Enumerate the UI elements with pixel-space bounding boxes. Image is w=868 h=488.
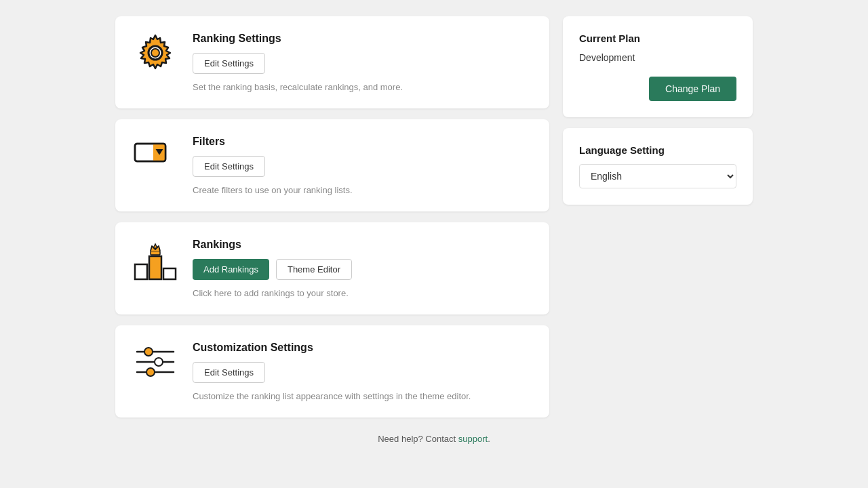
left-column: Ranking Settings Edit Settings Set the r… xyxy=(115,16,549,418)
rankings-card: Rankings Add Rankings Theme Editor Click… xyxy=(115,222,549,314)
ranking-settings-content: Ranking Settings Edit Settings Set the r… xyxy=(193,33,533,92)
ranking-settings-title: Ranking Settings xyxy=(193,33,533,45)
support-link[interactable]: support xyxy=(458,434,488,444)
change-plan-button[interactable]: Change Plan xyxy=(649,77,736,101)
ranking-settings-description: Set the ranking basis, recalculate ranki… xyxy=(193,82,533,92)
gear-icon xyxy=(132,33,179,73)
language-setting-card: Language Setting English Spanish French … xyxy=(563,128,753,205)
language-select[interactable]: English Spanish French German Japanese xyxy=(579,164,736,188)
customization-buttons: Edit Settings xyxy=(193,362,533,383)
customization-settings-card: Customization Settings Edit Settings Cus… xyxy=(115,325,549,418)
current-plan-title: Current Plan xyxy=(579,33,736,44)
theme-editor-button[interactable]: Theme Editor xyxy=(276,259,352,280)
svg-rect-8 xyxy=(149,256,161,279)
rankings-title: Rankings xyxy=(193,239,533,251)
ranking-settings-card: Ranking Settings Edit Settings Set the r… xyxy=(115,16,549,108)
svg-point-14 xyxy=(144,348,153,356)
rankings-description: Click here to add rankings to your store… xyxy=(193,288,533,298)
ranking-edit-settings-button[interactable]: Edit Settings xyxy=(193,53,265,74)
ranking-settings-buttons: Edit Settings xyxy=(193,53,533,74)
footer: Need help? Contact support. xyxy=(378,434,490,444)
filters-title: Filters xyxy=(193,136,533,148)
plan-name: Development xyxy=(579,52,736,63)
language-setting-title: Language Setting xyxy=(579,144,736,156)
add-rankings-button[interactable]: Add Rankings xyxy=(193,259,269,280)
filters-content: Filters Edit Settings Create filters to … xyxy=(193,136,533,195)
customization-settings-title: Customization Settings xyxy=(193,342,533,354)
sliders-icon xyxy=(132,342,179,382)
svg-point-2 xyxy=(151,49,159,57)
svg-rect-9 xyxy=(163,268,176,279)
rankings-content: Rankings Add Rankings Theme Editor Click… xyxy=(193,239,533,298)
filters-buttons: Edit Settings xyxy=(193,156,533,177)
filters-description: Create filters to use on your ranking li… xyxy=(193,185,533,195)
svg-point-18 xyxy=(146,368,155,376)
customization-settings-description: Customize the ranking list appearance wi… xyxy=(193,391,533,401)
rankings-icon xyxy=(132,239,179,286)
svg-rect-7 xyxy=(135,264,147,279)
customization-settings-content: Customization Settings Edit Settings Cus… xyxy=(193,342,533,401)
footer-text: Need help? Contact xyxy=(378,434,458,444)
footer-suffix: . xyxy=(488,434,490,444)
customization-edit-settings-button[interactable]: Edit Settings xyxy=(193,362,265,383)
svg-point-16 xyxy=(155,358,163,366)
svg-rect-12 xyxy=(151,251,160,255)
right-column: Current Plan Development Change Plan Lan… xyxy=(563,16,753,418)
filters-card: Filters Edit Settings Create filters to … xyxy=(115,119,549,211)
filter-icon xyxy=(132,136,179,169)
current-plan-card: Current Plan Development Change Plan xyxy=(563,16,753,117)
rankings-buttons: Add Rankings Theme Editor xyxy=(193,259,533,280)
filters-edit-settings-button[interactable]: Edit Settings xyxy=(193,156,265,177)
